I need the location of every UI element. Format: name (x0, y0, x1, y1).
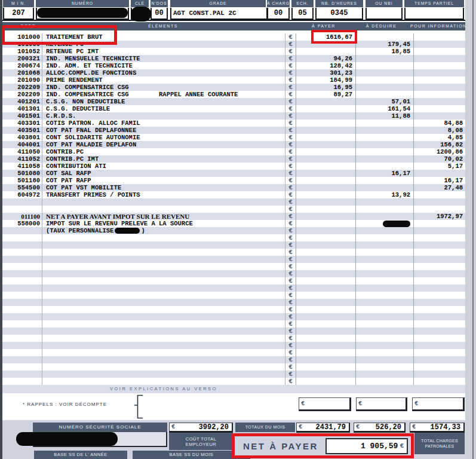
row-element-label: CONTRIB.PC IMT (44, 155, 287, 163)
row-code (2, 342, 42, 349)
row-a-payer-value: 184,99 (296, 76, 356, 84)
row-a-payer-value (296, 155, 356, 163)
row-a-deduire-value: 161,54 (353, 105, 414, 112)
table-row: 554500COT PAT VST MOBILITE€27,48 (2, 184, 465, 191)
row-element-label: CONTRIB.PC (44, 148, 287, 155)
row-a-deduire-value: 179,45 (353, 41, 414, 48)
row-pour-information-value (411, 227, 466, 234)
currency-symbol: € (285, 363, 296, 371)
row-a-payer-value (296, 378, 356, 385)
currency-symbol: € (301, 400, 305, 407)
row-code: 558000 (2, 220, 42, 227)
monthly-total-pay: 2431,79 (302, 423, 349, 432)
currency-symbol: € (285, 134, 296, 141)
row-a-deduire-value (353, 62, 414, 69)
table-row: 404001COT PAT MALADIE DEPLAFON€156,82 (2, 141, 465, 148)
currency-symbol: € (285, 112, 296, 120)
row-a-payer-value (296, 284, 356, 292)
table-row: 200321IND. MENSUELLE TECHNICITE€94,26 (2, 55, 465, 62)
currency-symbol: € (285, 227, 296, 234)
net-a-payer-highlight-box: NET À PAYER 1 905,59 € (232, 433, 414, 458)
row-pour-information-value: 156,82 (411, 141, 466, 148)
row-a-deduire-value: 18,85 (353, 48, 414, 55)
row-a-deduire-value (353, 292, 414, 299)
row-code: 554500 (2, 184, 42, 191)
row-a-payer-value (296, 134, 356, 141)
row-a-payer-value (296, 363, 356, 371)
row-element-label (44, 241, 287, 249)
row-pour-information-value (411, 198, 466, 206)
row-a-deduire-value (353, 155, 414, 163)
row-code: 403801 (2, 134, 42, 141)
row-a-payer-value (296, 191, 356, 198)
row-a-deduire-value (353, 120, 414, 127)
currency-symbol: € (285, 213, 296, 220)
row-element-label: C.S.G. NON DEDUCTIBLE (44, 98, 287, 105)
row-element-label: IND. MENSUELLE TECHNICITE (44, 55, 287, 62)
row-code (2, 227, 42, 234)
currency-symbol: € (285, 306, 296, 313)
field-value-charge: 00 (267, 8, 290, 20)
row-a-payer-value (296, 306, 356, 313)
table-row-empty: € (2, 378, 465, 385)
row-element-label (44, 363, 287, 371)
row-pour-information-value (411, 371, 466, 378)
row-a-deduire-value (353, 134, 414, 141)
field-label-num-ro: NUMÉRO (36, 0, 129, 7)
currency-symbol: € (285, 292, 296, 299)
row-a-deduire-value (353, 349, 414, 356)
table-row-empty: € (2, 363, 465, 371)
row-code: 404001 (2, 141, 42, 148)
currency-symbol: € (285, 313, 296, 320)
row-a-deduire-value (353, 163, 414, 170)
row-a-deduire-value (353, 249, 414, 256)
row-element-label (44, 378, 287, 385)
row-a-payer-value (296, 356, 356, 363)
table-row-empty: € (2, 335, 465, 342)
row-pour-information-value (411, 41, 466, 48)
row-element-label: IND. ADM. ET TECHNICITE (44, 62, 287, 69)
row-pour-information-value: 1972,97 (411, 213, 466, 220)
table-row-empty: € (2, 263, 465, 270)
row-element-label (44, 270, 287, 277)
monthly-total-deduct: 526,20 (360, 423, 404, 432)
row-a-payer-value (296, 277, 356, 284)
row-code: 201068 (2, 69, 42, 76)
col-header-pour-information: POUR INFORMATION (410, 22, 465, 30)
row-pour-information-value (411, 320, 466, 328)
table-row-empty: € (2, 234, 465, 241)
row-code (2, 234, 42, 241)
row-pour-information-value: 27,48 (411, 184, 466, 191)
row-pour-information-value (411, 363, 466, 371)
row-pour-information-value (411, 378, 466, 385)
row-a-deduire-value (353, 220, 414, 227)
table-row-empty: € (2, 371, 465, 378)
row-element-label: COTIS PATRON. ALLOC FAMIL (44, 120, 287, 127)
col-header-a-deduire: À DÉDUIRE (352, 22, 410, 30)
row-element-label: CONTRIBUTION ATI (44, 163, 287, 170)
row-a-deduire-value (353, 306, 414, 313)
row-pour-information-value (411, 292, 466, 299)
currency-symbol: € (285, 55, 296, 62)
currency-symbol: € (285, 378, 296, 385)
row-a-payer-value: 16,95 (296, 84, 356, 91)
table-body: 101000TRAITEMENT BRUT€1616,67101050RETEN… (2, 33, 465, 385)
currency-symbol: € (414, 400, 418, 407)
redaction-impot-amount (383, 221, 410, 227)
base-ss-year-label: BASE SS DE L' ANNÉE (34, 451, 127, 459)
row-pour-information-value (411, 299, 466, 306)
rappels-note: * RAPPELS : VOIR DÉCOMPTE (23, 402, 107, 407)
page-edge-right (472, 0, 474, 459)
row-element-label (44, 356, 287, 363)
currency-symbol: € (285, 184, 296, 191)
row-element-label: COT PAT MALADIE DEPLAFON (44, 141, 287, 148)
row-code: 604972 (2, 191, 42, 198)
row-a-deduire-value (353, 277, 414, 284)
currency-symbol: € (285, 342, 296, 349)
table-row-empty: € (2, 320, 465, 328)
row-a-payer-value (296, 213, 356, 220)
row-element-label (44, 249, 287, 256)
table-row-empty: € (2, 356, 465, 363)
highlight-traitement-amount (311, 30, 357, 44)
row-a-deduire-value (353, 33, 414, 41)
